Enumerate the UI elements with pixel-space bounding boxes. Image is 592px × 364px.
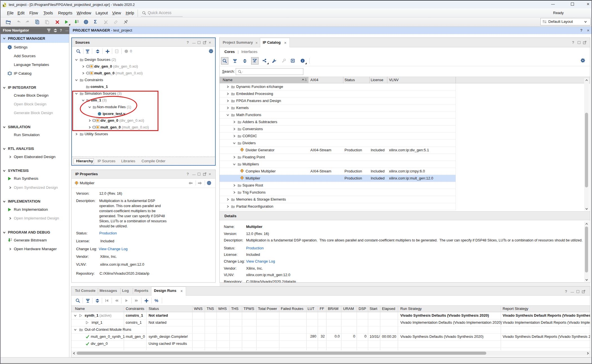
svg-text:?: ? [116,50,118,53]
svg-text:10: 10 [77,21,79,23]
svg-text:i: i [302,59,303,62]
svg-text:10: 10 [11,240,12,241]
